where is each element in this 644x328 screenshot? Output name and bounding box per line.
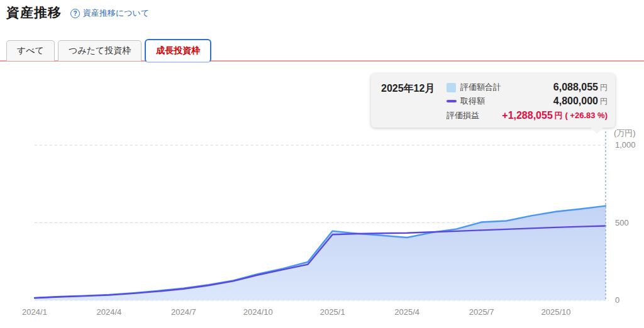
tooltip-row-profit-loss: 評価損益 +1,288,055 円 ( +26.83 %) (447, 110, 608, 121)
y-tick-1000: 1,000 (615, 140, 643, 150)
x-tick-2024-7: 2024/7 (165, 307, 203, 317)
x-tick-2025-10: 2025/10 (537, 307, 575, 317)
tooltip-date: 2025年12月 (381, 82, 447, 121)
tab-tsumitate[interactable]: つみたて投資枠 (58, 40, 142, 61)
acquisition-value: 4,800,000 (553, 96, 598, 107)
evaluation-unit: 円 (600, 82, 608, 93)
profit-loss-percent: 円 ( +26.83 %) (555, 110, 608, 121)
evaluation-area-swatch-icon (447, 83, 456, 92)
acquisition-unit: 円 (600, 96, 608, 107)
evaluation-label: 評価額合計 (460, 82, 501, 93)
tooltip-row-evaluation: 評価額合計 6,088,055 円 (447, 82, 608, 93)
chart-tooltip: 2025年12月 評価額合計 6,088,055 円 取得額 4,800,000… (371, 74, 615, 128)
profit-loss-label: 評価損益 (447, 110, 479, 121)
acquisition-line-swatch-icon (447, 100, 457, 102)
acquisition-label: 取得額 (460, 96, 485, 107)
tab-growth-active[interactable]: 成長投資枠 (145, 39, 211, 63)
x-tick-2024-4: 2024/4 (90, 307, 128, 317)
y-tick-0: 0 (615, 295, 643, 305)
x-tick-2025-4: 2025/4 (388, 307, 426, 317)
x-tick-2025-7: 2025/7 (463, 307, 501, 317)
x-tick-2025-1: 2025/1 (314, 307, 352, 317)
tab-all[interactable]: すべて (6, 40, 55, 61)
evaluation-value: 6,088,055 (553, 82, 598, 93)
y-tick-500: 500 (615, 218, 643, 227)
tooltip-row-acquisition: 取得額 4,800,000 円 (447, 96, 608, 107)
profit-loss-value: +1,288,055 (502, 110, 553, 121)
y-axis-unit-label: (万円) (614, 128, 636, 139)
x-tick-2024-10: 2024/10 (239, 307, 277, 317)
tab-bar: すべて つみたて投資枠 成長投資枠 (6, 39, 211, 61)
x-tick-2024-1: 2024/1 (16, 307, 53, 317)
asset-transition-page: 資産推移 ? 資産推移について すべて つみたて投資枠 成長投資枠 (万円) 1… (0, 0, 644, 328)
